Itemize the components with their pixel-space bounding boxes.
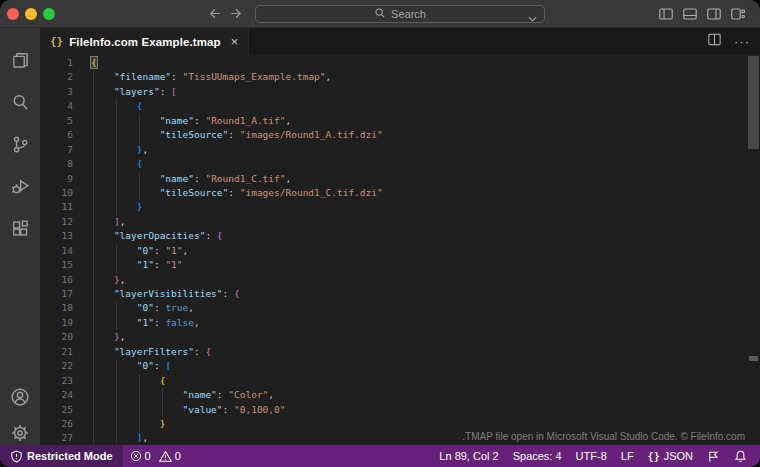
line-number: 15 [40, 258, 73, 272]
code-line[interactable]: 7 }, [40, 143, 760, 157]
code-line[interactable]: 12 ], [40, 215, 760, 229]
run-debug-icon[interactable] [8, 174, 32, 198]
search-sidebar-icon[interactable] [8, 90, 32, 114]
json-braces-icon: {} [648, 451, 660, 462]
explorer-icon[interactable] [8, 48, 32, 72]
line-number: 4 [40, 99, 73, 113]
source-control-icon[interactable] [8, 132, 32, 156]
line-number: 10 [40, 186, 73, 200]
line-number: 9 [40, 172, 73, 186]
vscode-window: Search [0, 0, 760, 467]
code-line[interactable]: 1{ [40, 56, 760, 70]
line-number: 17 [40, 287, 73, 301]
close-window-button[interactable] [7, 8, 19, 20]
scrollbar-thumb[interactable] [748, 56, 759, 149]
code-line[interactable]: 17 "layerVisibilities": { [40, 287, 760, 301]
line-number: 12 [40, 215, 73, 229]
tab-fileinfo-example-tmap[interactable]: {} FileInfo.com Example.tmap × [40, 28, 249, 55]
line-number: 14 [40, 244, 73, 258]
line-number: 16 [40, 273, 73, 287]
forward-arrow-icon[interactable] [229, 6, 244, 21]
code-line[interactable]: 18 "0": true, [40, 301, 760, 315]
warnings-icon [159, 450, 172, 463]
activity-bar [0, 28, 40, 445]
editor-group: {} FileInfo.com Example.tmap × ··· 1{2 "… [40, 28, 760, 445]
status-bar: Restricted Mode 0 0 Ln 89, Col 2 Spaces:… [0, 445, 760, 467]
line-number: 20 [40, 330, 73, 344]
minimize-window-button[interactable] [25, 8, 37, 20]
more-actions-icon[interactable]: ··· [734, 34, 750, 49]
line-number: 2 [40, 70, 73, 84]
search-label: Search [391, 8, 426, 20]
toggle-primary-sidebar-icon[interactable] [658, 6, 674, 22]
toggle-secondary-sidebar-icon[interactable] [706, 6, 722, 22]
code-line[interactable]: 2 "filename": "TissUUmaps_Example.tmap", [40, 70, 760, 84]
eol-setting[interactable]: LF [614, 445, 641, 467]
code-line[interactable]: 10 "tileSource": "images/Round1_C.tif.dz… [40, 186, 760, 200]
code-line[interactable]: 6 "tileSource": "images/Round1_A.tif.dzi… [40, 128, 760, 142]
problems-badge[interactable]: 0 0 [123, 445, 193, 467]
code-line[interactable]: 26 } [40, 417, 760, 431]
feedback-icon[interactable] [700, 445, 727, 467]
code-line[interactable]: 19 "1": false, [40, 316, 760, 330]
titlebar: Search [0, 0, 760, 28]
code-lines: 1{2 "filename": "TissUUmaps_Example.tmap… [40, 56, 760, 445]
cursor-position[interactable]: Ln 89, Col 2 [432, 445, 505, 467]
code-line[interactable]: 22 "0": [ [40, 359, 760, 373]
code-line[interactable]: 5 "name": "Round1_A.tif", [40, 114, 760, 128]
code-line[interactable]: 24 "name": "Color", [40, 388, 760, 402]
tab-label: FileInfo.com Example.tmap [69, 36, 220, 48]
line-number: 27 [40, 431, 73, 445]
code-editor[interactable]: 1{2 "filename": "TissUUmaps_Example.tmap… [40, 55, 760, 445]
line-number: 6 [40, 128, 73, 142]
line-number: 23 [40, 374, 73, 388]
code-line[interactable]: 8 { [40, 157, 760, 171]
zoom-window-button[interactable] [43, 8, 55, 20]
tab-close-icon[interactable]: × [227, 35, 239, 48]
line-number: 25 [40, 403, 73, 417]
back-arrow-icon[interactable] [207, 6, 222, 21]
line-number: 21 [40, 345, 73, 359]
line-number: 7 [40, 143, 73, 157]
restricted-mode-badge[interactable]: Restricted Mode [0, 445, 123, 467]
tab-bar: {} FileInfo.com Example.tmap × ··· [40, 28, 760, 55]
code-line[interactable]: 25 "value": "0,100,0" [40, 403, 760, 417]
code-line[interactable]: 3 "layers": [ [40, 85, 760, 99]
code-line[interactable]: 23 { [40, 374, 760, 388]
code-line[interactable]: 21 "layerFilters": { [40, 345, 760, 359]
line-number: 13 [40, 229, 73, 243]
line-number: 5 [40, 114, 73, 128]
accounts-icon[interactable] [8, 385, 32, 409]
indentation-setting[interactable]: Spaces: 4 [506, 445, 569, 467]
encoding-setting[interactable]: UTF-8 [569, 445, 614, 467]
line-number: 22 [40, 359, 73, 373]
customize-layout-icon[interactable] [730, 6, 746, 22]
command-center-search[interactable]: Search [255, 5, 545, 23]
editor-scrollbar[interactable] [747, 55, 760, 445]
code-line[interactable]: 4 { [40, 99, 760, 113]
json-file-icon: {} [50, 35, 63, 48]
line-number: 3 [40, 85, 73, 99]
settings-gear-icon[interactable] [8, 421, 32, 445]
notifications-bell-icon[interactable] [727, 445, 754, 467]
errors-count: 0 [145, 450, 151, 462]
code-line[interactable]: 14 "0": "1", [40, 244, 760, 258]
watermark-text: .TMAP file open in Microsoft Visual Stud… [462, 431, 745, 442]
split-editor-icon[interactable] [707, 32, 722, 51]
traffic-lights [7, 8, 55, 20]
line-number: 18 [40, 301, 73, 315]
code-line[interactable]: 16 }, [40, 273, 760, 287]
language-mode[interactable]: {} JSON [641, 445, 700, 467]
code-line[interactable]: 15 "1": "1" [40, 258, 760, 272]
chevron-down-icon [528, 12, 537, 24]
line-number: 26 [40, 417, 73, 431]
code-line[interactable]: 20 }, [40, 330, 760, 344]
code-line[interactable]: 9 "name": "Round1_C.tif", [40, 172, 760, 186]
extensions-icon[interactable] [8, 216, 32, 240]
line-number: 8 [40, 157, 73, 171]
code-line[interactable]: 11 } [40, 200, 760, 214]
shield-icon [10, 450, 23, 463]
code-line[interactable]: 13 "layerOpacities": { [40, 229, 760, 243]
toggle-panel-icon[interactable] [682, 6, 698, 22]
errors-icon [130, 450, 142, 462]
